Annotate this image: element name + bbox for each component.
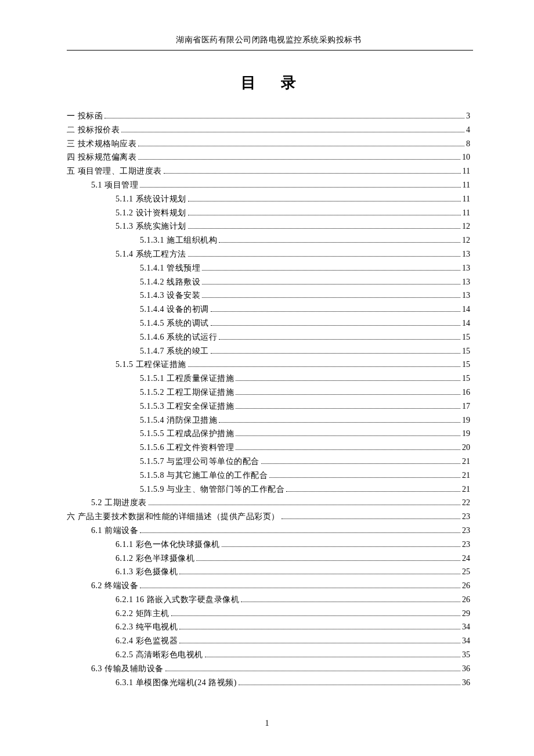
toc-label: 5.1.5.4 消防保卫措施: [140, 413, 217, 427]
toc-page: 3: [466, 109, 470, 123]
toc-leader-dots: [188, 224, 461, 229]
toc-leader-dots: [219, 238, 460, 243]
toc-leader-dots: [188, 362, 461, 367]
toc-row: 6.1 前端设备23: [67, 524, 470, 538]
toc-page: 14: [462, 316, 470, 330]
toc-row: 5.1.4.1 管线预埋13: [67, 261, 470, 275]
toc-page: 26: [462, 579, 470, 593]
toc-leader-dots: [140, 528, 460, 533]
toc-row: 5.1.1 系统设计规划11: [67, 192, 470, 206]
toc-page: 11: [463, 192, 470, 206]
toc-label: 5.1.5.3 工程安全保证措施: [140, 399, 234, 413]
toc-leader-dots: [179, 570, 460, 574]
toc-row: 5.1.5.7 与监理公司等单位的配合21: [67, 455, 470, 469]
toc-row: 6.2 终端设备26: [67, 579, 470, 593]
toc-page: 11: [463, 164, 470, 178]
toc-row: 5.1.5.8 与其它施工单位的工作配合21: [67, 469, 470, 483]
toc-leader-dots: [269, 473, 460, 477]
toc-page: 24: [462, 552, 470, 566]
toc-row: 5.1.3.1 施工组织机构12: [67, 233, 470, 247]
toc-page: 34: [462, 634, 470, 648]
toc-page: 19: [462, 427, 470, 441]
toc-leader-dots: [140, 584, 460, 588]
toc-leader-dots: [282, 514, 461, 519]
toc-row: 5.1.5.2 工程工期保证措施16: [67, 386, 470, 399]
toc-label: 5.2 工期进度表: [91, 496, 147, 510]
toc-row: 6.1.3 彩色摄像机25: [67, 565, 470, 579]
toc-page: 25: [462, 565, 470, 579]
toc-leader-dots: [196, 556, 460, 560]
toc-label: 5.1.4.4 设备的初调: [140, 303, 209, 316]
toc-leader-dots: [149, 501, 461, 505]
toc-label: 6.1.2 彩色半球摄像机: [116, 552, 194, 566]
toc-row: 四 投标规范偏离表10: [67, 150, 470, 164]
toc-row: 6.2.2 矩阵主机29: [67, 607, 470, 621]
toc-label: 四 投标规范偏离表: [67, 150, 136, 164]
toc-page: 13: [462, 275, 470, 289]
toc-page: 21: [462, 469, 470, 483]
toc-label: 三 技术规格响应表: [67, 137, 136, 151]
toc-leader-dots: [222, 542, 461, 546]
toc-leader-dots: [202, 293, 460, 298]
toc-label: 5.1.5.7 与监理公司等单位的配合: [140, 455, 259, 469]
toc-label: 6.2.4 彩色监视器: [116, 634, 178, 648]
toc-page: 35: [462, 648, 470, 662]
toc-label: 6.2.1 16 路嵌入式数字硬盘录像机: [116, 593, 239, 607]
toc-row: 5.1.4.6 系统的试运行15: [67, 330, 470, 344]
toc-label: 5.1 项目管理: [91, 178, 138, 192]
toc-page: 17: [462, 399, 470, 413]
toc-row: 5.1.5.4 消防保卫措施19: [67, 413, 470, 427]
toc-label: 6.1 前端设备: [91, 524, 138, 538]
toc-label: 六 产品主要技术数据和性能的详细描述（提供产品彩页）: [67, 510, 280, 524]
toc-leader-dots: [165, 666, 461, 671]
toc-page: 12: [462, 233, 470, 247]
toc-page: 22: [462, 496, 470, 510]
toc-row: 6.1.2 彩色半球摄像机24: [67, 552, 470, 566]
toc-page: 36: [462, 676, 470, 690]
toc-leader-dots: [286, 487, 460, 491]
toc-label: 5.1.5.6 工程文件资料管理: [140, 441, 234, 455]
toc-leader-dots: [121, 127, 464, 132]
toc-leader-dots: [171, 611, 461, 615]
toc-leader-dots: [138, 155, 460, 160]
toc-row: 6.2.4 彩色监视器34: [67, 634, 470, 648]
toc-page: 21: [462, 455, 470, 469]
toc-row: 6.3.1 单模图像光端机(24 路视频)36: [67, 676, 470, 690]
toc-row: 5.1.4.4 设备的初调14: [67, 303, 470, 316]
toc-row: 5.1.5 工程保证措施15: [67, 358, 470, 372]
toc-leader-dots: [261, 459, 461, 464]
toc-row: 5.1.3 系统实施计划12: [67, 219, 470, 233]
toc-row: 5.1.4.2 线路敷设13: [67, 275, 470, 289]
toc-page: 23: [462, 510, 470, 524]
toc-page: 15: [462, 330, 470, 344]
toc-label: 6.2.3 纯平电视机: [116, 620, 178, 634]
toc-label: 5.1.4.1 管线预埋: [140, 261, 200, 275]
toc-label: 5.1.4.6 系统的试运行: [140, 330, 217, 344]
toc-page: 10: [462, 150, 470, 164]
toc-page: 15: [462, 358, 470, 372]
document-header: 湖南省医药有限公司闭路电视监控系统采购投标书: [67, 35, 470, 50]
toc-row: 6.2.5 高清晰彩色电视机35: [67, 648, 470, 662]
toc-page: 8: [466, 137, 470, 151]
toc-label: 5.1.5.2 工程工期保证措施: [140, 386, 234, 399]
toc-leader-dots: [219, 417, 460, 422]
toc-page: 13: [462, 289, 470, 303]
toc-row: 5.1.5.3 工程安全保证措施17: [67, 399, 470, 413]
toc-label: 五 项目管理、工期进度表: [67, 164, 162, 178]
toc-label: 5.1.4 系统工程方法: [116, 247, 186, 261]
toc-page: 21: [462, 483, 470, 496]
toc-label: 5.1.5 工程保证措施: [116, 358, 186, 372]
toc-page: 15: [462, 372, 470, 386]
toc-row: 5.1.4.3 设备安装13: [67, 289, 470, 303]
toc-leader-dots: [179, 639, 460, 643]
toc-leader-dots: [104, 114, 464, 118]
toc-leader-dots: [239, 680, 460, 685]
toc-leader-dots: [188, 196, 461, 201]
toc-leader-dots: [219, 334, 460, 339]
toc-page: 23: [462, 538, 470, 552]
toc-leader-dots: [211, 348, 461, 353]
toc-row: 5.1.4.5 系统的调试14: [67, 316, 470, 330]
toc-label: 一 投标函: [67, 109, 103, 123]
toc-leader-dots: [236, 390, 460, 395]
toc-leader-dots: [138, 141, 464, 146]
